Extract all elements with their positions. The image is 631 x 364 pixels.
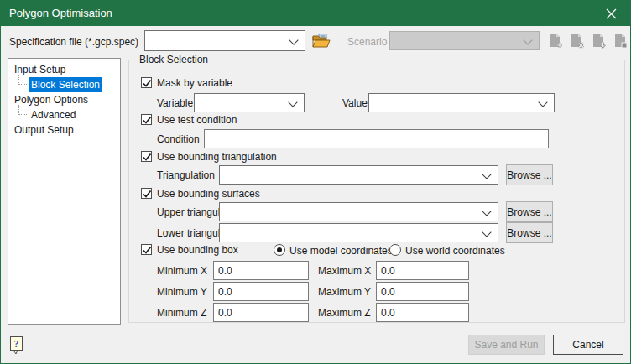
close-button[interactable] xyxy=(592,1,630,26)
help-button[interactable]: ? xyxy=(8,335,25,355)
scenario-id-combobox xyxy=(389,31,540,50)
help-bubble-icon: ? xyxy=(9,335,24,355)
use-bounding-surfaces-checkbox[interactable]: Use bounding surfaces xyxy=(141,187,260,200)
maximum-y-input[interactable] xyxy=(376,282,469,301)
maximum-x-input[interactable] xyxy=(376,261,469,280)
minimum-y-label: Minimum Y xyxy=(157,285,207,299)
lower-triangulation-value xyxy=(224,224,479,242)
scenario-add-icon xyxy=(549,33,562,49)
model-coordinates-label: Use model coordinates xyxy=(289,244,393,257)
variable-value xyxy=(199,94,285,112)
scenario-delete-icon xyxy=(571,33,584,49)
checkbox-checked-icon xyxy=(141,77,152,88)
variable-label: Variable xyxy=(157,96,193,110)
minimum-y-input[interactable] xyxy=(213,282,309,301)
chevron-down-icon xyxy=(482,227,491,237)
triangulation-label: Triangulation xyxy=(157,169,215,182)
svg-text:?: ? xyxy=(14,337,19,349)
save-and-run-button[interactable]: Save and Run xyxy=(468,335,545,355)
value-value xyxy=(373,94,535,112)
world-coordinates-label: Use world coordinates xyxy=(405,244,505,257)
triangulation-value xyxy=(224,166,479,184)
checkbox-label: Use bounding triangulation xyxy=(157,151,277,163)
model-coordinates-radio[interactable] xyxy=(274,244,285,256)
minimum-z-label: Minimum Z xyxy=(157,306,206,320)
scenario-delete-button[interactable] xyxy=(570,32,585,50)
scenario-add-button[interactable] xyxy=(548,32,563,50)
spec-file-label: Specification file (*.gcp.spec) xyxy=(9,35,138,49)
cancel-button[interactable]: Cancel xyxy=(553,335,623,355)
polygon-optimisation-dialog: Polygon Optimisation Specification file … xyxy=(0,0,631,364)
checkbox-checked-icon xyxy=(141,114,152,125)
tree-item-label: Output Setup xyxy=(12,122,76,138)
checkbox-checked-icon xyxy=(141,244,152,255)
world-coordinates-radio[interactable] xyxy=(389,244,401,256)
mask-by-variable-checkbox[interactable]: Mask by variable xyxy=(141,76,232,90)
close-icon xyxy=(606,8,617,19)
checkbox-checked-icon xyxy=(141,151,152,162)
lower-triangulation-combobox[interactable] xyxy=(219,223,498,242)
maximum-z-input[interactable] xyxy=(376,303,469,322)
scenario-import-button[interactable] xyxy=(592,32,607,50)
checkbox-label: Mask by variable xyxy=(157,77,232,89)
maximum-y-label: Maximum Y xyxy=(318,285,371,299)
checkbox-checked-icon xyxy=(141,188,152,199)
use-bounding-triangulation-checkbox[interactable]: Use bounding triangulation xyxy=(141,150,277,164)
triangulation-browse-button[interactable]: Browse ... xyxy=(506,164,553,185)
condition-input[interactable] xyxy=(204,129,549,148)
use-bounding-box-checkbox[interactable]: Use bounding box xyxy=(141,243,238,257)
variable-combobox[interactable] xyxy=(194,93,305,112)
maximum-z-label: Maximum Z xyxy=(318,306,371,320)
titlebar[interactable]: Polygon Optimisation xyxy=(1,1,630,26)
chevron-down-icon xyxy=(482,206,491,216)
upper-triangulation-combobox[interactable] xyxy=(219,202,498,221)
chevron-down-icon xyxy=(288,97,297,107)
spec-file-value xyxy=(149,31,286,50)
tree-item-label: Block Selection xyxy=(29,77,102,92)
checkbox-label: Use test condition xyxy=(157,114,237,126)
spec-file-combobox[interactable] xyxy=(144,30,305,51)
upper-triangulation-value xyxy=(224,203,479,221)
lower-browse-button[interactable]: Browse ... xyxy=(506,222,553,243)
maximum-x-label: Maximum X xyxy=(318,264,371,278)
tree-item-output-setup[interactable]: Output Setup xyxy=(8,122,120,138)
upper-browse-button[interactable]: Browse ... xyxy=(506,201,553,222)
tree-elbow-line xyxy=(18,105,27,115)
chevron-down-icon xyxy=(289,35,298,44)
checkbox-label: Use bounding surfaces xyxy=(157,188,260,200)
tree-item-advanced[interactable]: Advanced xyxy=(8,107,120,122)
triangulation-combobox[interactable] xyxy=(219,165,498,185)
minimum-x-label: Minimum X xyxy=(157,264,207,278)
chevron-down-icon xyxy=(523,35,532,44)
tree-item-block-selection[interactable]: Block Selection xyxy=(8,77,120,92)
chevron-down-icon xyxy=(482,169,491,179)
scenario-id-value xyxy=(394,32,520,49)
condition-label: Condition xyxy=(157,133,200,146)
chevron-down-icon xyxy=(538,97,547,107)
open-file-button[interactable] xyxy=(310,32,332,50)
navigation-tree: Input Setup Block Selection Polygon Opti… xyxy=(8,58,121,325)
scenario-import-icon xyxy=(592,33,606,49)
value-label: Value xyxy=(342,96,368,110)
tree-elbow-line xyxy=(18,75,27,85)
radio-dot-icon xyxy=(277,247,282,252)
tree-item-label: Advanced xyxy=(29,107,78,122)
window-title: Polygon Optimisation xyxy=(9,1,112,26)
open-folder-icon xyxy=(312,34,331,49)
use-test-condition-checkbox[interactable]: Use test condition xyxy=(141,113,237,127)
checkbox-label: Use bounding box xyxy=(157,244,238,256)
value-combobox[interactable] xyxy=(368,93,555,112)
groupbox-title: Block Selection xyxy=(136,54,211,65)
scenario-export-icon xyxy=(614,33,628,49)
minimum-z-input[interactable] xyxy=(213,303,309,322)
scenario-export-button[interactable] xyxy=(613,32,628,50)
minimum-x-input[interactable] xyxy=(213,261,309,280)
